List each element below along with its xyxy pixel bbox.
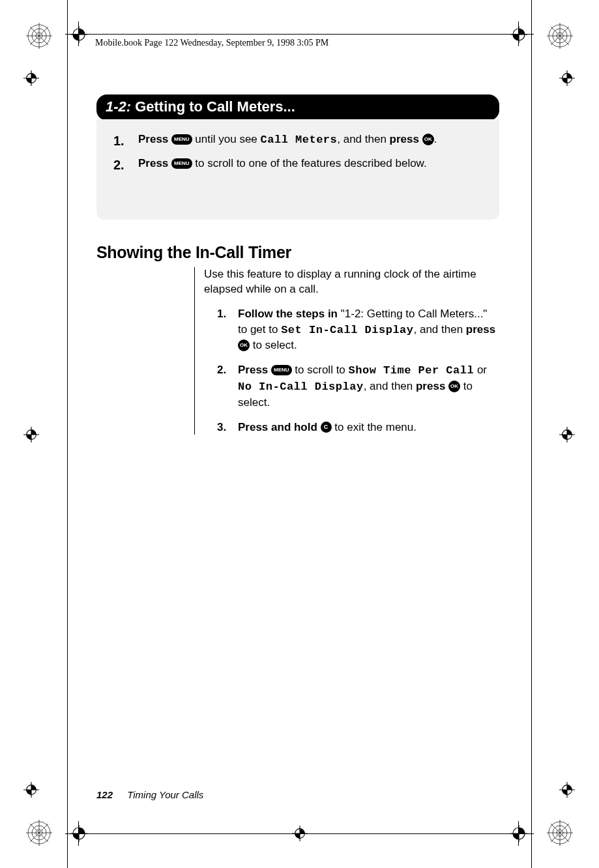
ok-key-icon: OK <box>422 134 434 145</box>
svg-point-1 <box>32 29 46 43</box>
running-head: Mobile.book Page 122 Wednesday, Septembe… <box>95 38 329 48</box>
numbered-list: 1. Follow the steps in "1-2: Getting to … <box>217 306 497 435</box>
registration-target-icon <box>70 825 87 842</box>
step-text: Press MENU to scroll to one of the featu… <box>138 156 486 171</box>
registration-target-icon <box>292 826 308 841</box>
svg-point-34 <box>27 430 37 440</box>
procedure-box: 1. Press MENU until you see Call Meters,… <box>96 119 499 220</box>
registration-target-icon <box>23 70 39 86</box>
svg-point-35 <box>562 430 572 440</box>
registration-target-icon <box>559 427 575 442</box>
c-key-icon: C <box>321 422 332 433</box>
svg-point-30 <box>73 828 85 839</box>
svg-point-2 <box>36 33 42 39</box>
svg-point-9 <box>557 33 563 39</box>
registration-target-icon <box>510 26 527 43</box>
svg-point-21 <box>549 822 571 844</box>
registration-target-icon <box>23 782 39 798</box>
registration-rosette-icon <box>26 23 52 49</box>
section-intro: Use this feature to display a running cl… <box>204 267 484 297</box>
ok-key-icon: OK <box>448 381 460 392</box>
page-footer: 122 Timing Your Calls <box>96 789 203 800</box>
step-number: 1. <box>113 132 130 150</box>
svg-point-23 <box>557 830 563 836</box>
registration-target-icon <box>510 825 527 842</box>
svg-line-12 <box>551 27 569 45</box>
ok-key-icon: OK <box>238 340 250 351</box>
svg-point-28 <box>73 29 85 40</box>
svg-point-15 <box>32 826 46 840</box>
svg-line-27 <box>551 824 569 842</box>
svg-line-26 <box>551 824 569 842</box>
registration-rosette-icon <box>547 23 573 49</box>
registration-target-icon <box>70 26 87 43</box>
procedure-step: 2. Press MENU to scroll to one of the fe… <box>113 156 486 174</box>
step-text: Press MENU until you see Call Meters, an… <box>138 132 486 148</box>
svg-line-20 <box>30 824 48 842</box>
registration-target-icon <box>559 782 575 798</box>
svg-point-14 <box>28 822 50 844</box>
svg-point-31 <box>513 828 525 839</box>
svg-point-33 <box>562 74 572 83</box>
menu-key-icon: MENU <box>271 365 292 375</box>
step-number: 2. <box>113 156 130 174</box>
svg-point-38 <box>295 829 305 839</box>
section-body: Use this feature to display a running cl… <box>194 267 499 435</box>
svg-line-6 <box>30 27 48 45</box>
list-item: 3. Press and hold C to exit the menu. <box>217 420 497 435</box>
svg-line-19 <box>30 824 48 842</box>
list-item: 1. Follow the steps in "1-2: Getting to … <box>217 306 497 353</box>
svg-point-37 <box>562 785 572 795</box>
chapter-title: Timing Your Calls <box>127 789 203 800</box>
svg-point-7 <box>549 25 571 47</box>
svg-point-16 <box>36 830 42 836</box>
svg-line-5 <box>30 27 48 45</box>
procedure-heading-pill: 1-2:Getting to Call Meters... <box>96 94 499 121</box>
menu-key-icon: MENU <box>171 158 192 169</box>
procedure-step: 1. Press MENU until you see Call Meters,… <box>113 132 486 150</box>
registration-rosette-icon <box>26 820 52 846</box>
list-item: 2. Press MENU to scroll to Show Time Per… <box>217 362 497 410</box>
registration-rosette-icon <box>547 820 573 846</box>
procedure-number: 1-2: <box>106 98 131 115</box>
procedure-title: Getting to Call Meters... <box>135 98 295 115</box>
menu-key-icon: MENU <box>171 134 192 145</box>
svg-point-8 <box>553 29 567 43</box>
svg-point-22 <box>553 826 567 840</box>
svg-point-29 <box>513 29 525 40</box>
svg-point-36 <box>27 785 37 795</box>
svg-point-0 <box>28 25 50 47</box>
registration-target-icon <box>23 427 39 442</box>
section-heading: Showing the In-Call Timer <box>96 243 499 262</box>
page-number: 122 <box>96 789 113 800</box>
svg-point-32 <box>27 74 37 83</box>
svg-line-13 <box>551 27 569 45</box>
registration-target-icon <box>559 70 575 86</box>
